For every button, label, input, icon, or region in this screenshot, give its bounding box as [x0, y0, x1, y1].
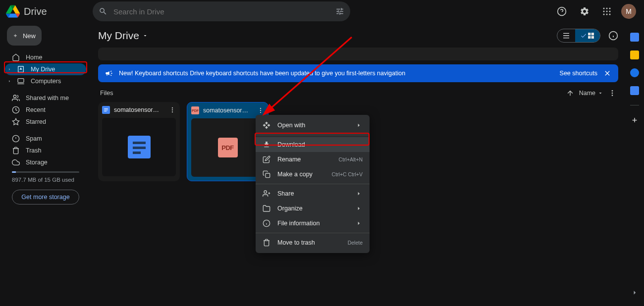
svg-point-26	[260, 110, 261, 111]
menu-open-with[interactable]: Open with	[256, 118, 370, 133]
sort-direction-icon[interactable]	[566, 89, 574, 97]
sidebar-item-recent[interactable]: Recent	[5, 104, 86, 116]
file-more-icon[interactable]	[169, 106, 176, 113]
search-input[interactable]	[113, 7, 329, 16]
svg-rect-14	[588, 33, 590, 35]
file-name: somatosensory (1)	[114, 106, 160, 113]
svg-point-22	[172, 107, 173, 108]
sidebar-item-spam[interactable]: Spam	[5, 133, 86, 145]
sidebar-item-starred[interactable]: Starred	[5, 116, 86, 128]
drive-logo-icon	[6, 4, 20, 18]
sidebar-item-storage[interactable]: Storage	[5, 156, 86, 168]
svg-point-3	[609, 8, 611, 9]
get-more-storage-button[interactable]: Get more storage	[12, 190, 79, 204]
settings-icon[interactable]	[577, 3, 592, 19]
menu-make-copy[interactable]: Make a copy Ctrl+C Ctrl+V	[256, 167, 370, 182]
share-icon	[263, 190, 270, 198]
svg-point-9	[609, 14, 611, 15]
menu-download[interactable]: Download	[256, 137, 370, 152]
sidebar-item-my-drive[interactable]: My Drive	[5, 63, 86, 75]
chevron-right-icon	[355, 190, 363, 198]
sort-by-name[interactable]: Name	[579, 90, 603, 97]
close-icon[interactable]	[603, 69, 611, 77]
trash-icon	[263, 239, 270, 247]
svg-point-21	[612, 95, 613, 96]
sidebar-item-shared[interactable]: Shared with me	[5, 92, 86, 104]
svg-rect-10	[18, 79, 24, 83]
filter-bar[interactable]	[98, 48, 618, 60]
svg-point-27	[260, 112, 261, 113]
download-icon	[263, 141, 270, 149]
sidebar-item-computers[interactable]: Computers	[5, 75, 86, 87]
grid-view-button[interactable]	[575, 29, 600, 42]
sidebar-item-trash[interactable]: Trash	[5, 145, 86, 156]
svg-point-23	[172, 109, 173, 110]
svg-rect-28	[266, 173, 270, 178]
spam-icon	[12, 135, 20, 143]
context-menu: Open with Download Rename Ctrl+Alt+N Mak…	[256, 115, 370, 253]
file-more-icon[interactable]	[257, 107, 264, 114]
info-icon	[263, 219, 270, 227]
collapse-panel-icon[interactable]	[630, 288, 639, 299]
svg-point-25	[260, 108, 261, 109]
view-toggle	[557, 29, 600, 43]
star-icon	[12, 118, 20, 126]
laptop-icon	[17, 77, 25, 85]
info-icon[interactable]	[608, 31, 618, 41]
cloud-icon	[12, 158, 20, 166]
contacts-app-icon[interactable]	[630, 86, 639, 95]
menu-rename[interactable]: Rename Ctrl+Alt+N	[256, 152, 370, 167]
apps-icon[interactable]	[599, 4, 614, 19]
drive-logo[interactable]: Drive	[6, 4, 88, 18]
add-app-icon[interactable]: +	[632, 115, 638, 126]
chevron-right-icon	[355, 204, 363, 212]
svg-point-6	[609, 11, 611, 12]
calendar-app-icon[interactable]	[630, 33, 639, 42]
chevron-right-icon	[355, 219, 363, 227]
file-card-doc[interactable]: somatosensory (1)	[98, 102, 180, 181]
see-shortcuts-link[interactable]: See shortcuts	[560, 70, 597, 77]
header: Drive M	[0, 0, 644, 23]
menu-move-to-trash[interactable]: Move to trash Delete	[256, 235, 370, 250]
list-icon	[562, 32, 570, 40]
rename-icon	[263, 155, 270, 163]
more-options-icon[interactable]	[608, 89, 616, 97]
folder-icon	[263, 204, 270, 212]
menu-organize[interactable]: Organize	[256, 201, 370, 216]
search-icon	[99, 7, 107, 16]
svg-rect-15	[591, 33, 594, 35]
pdf-icon: PDF	[191, 106, 199, 114]
svg-point-7	[603, 14, 605, 15]
svg-point-29	[264, 191, 267, 193]
doc-thumbnail	[128, 136, 151, 158]
menu-share[interactable]: Share	[256, 186, 370, 201]
avatar[interactable]: M	[621, 4, 636, 19]
keep-app-icon[interactable]	[630, 51, 639, 59]
megaphone-icon	[105, 69, 113, 77]
menu-file-info[interactable]: File information	[256, 216, 370, 231]
svg-point-24	[172, 111, 173, 112]
home-icon	[12, 53, 20, 61]
svg-point-20	[612, 93, 613, 94]
storage-text: 897.7 MB of 15 GB used	[5, 176, 86, 188]
open-with-icon	[263, 121, 270, 129]
tune-icon[interactable]	[335, 7, 344, 16]
breadcrumb[interactable]: My Drive	[98, 30, 148, 42]
check-icon	[580, 32, 587, 39]
list-view-button[interactable]	[557, 29, 575, 42]
right-side-panel: +	[625, 23, 644, 306]
tasks-app-icon[interactable]	[630, 68, 639, 77]
chevron-right-icon	[7, 65, 12, 73]
svg-point-1	[603, 8, 605, 9]
help-icon[interactable]	[554, 3, 570, 19]
file-name: somatosensory (...	[203, 107, 249, 114]
sidebar-item-home[interactable]: Home	[5, 51, 86, 63]
svg-point-8	[606, 14, 608, 15]
search-bar[interactable]	[93, 1, 350, 21]
chevron-right-icon	[355, 121, 363, 129]
clock-icon	[12, 106, 20, 114]
drive-logo-text: Drive	[24, 6, 47, 17]
new-button[interactable]: New	[7, 26, 42, 46]
plus-icon	[13, 31, 18, 40]
trash-icon	[12, 147, 20, 154]
